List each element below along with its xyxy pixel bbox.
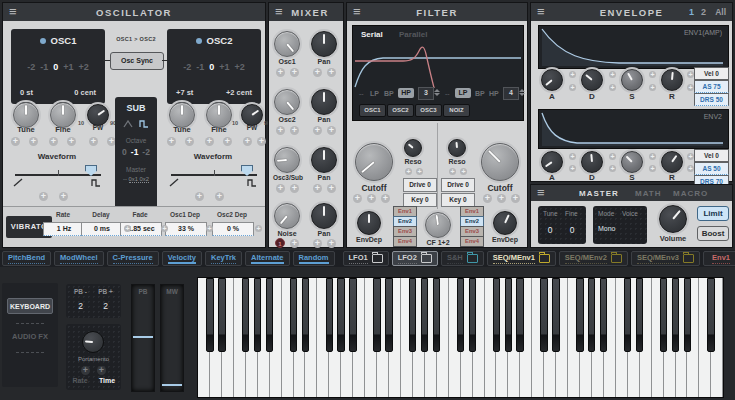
mod-slot-icon[interactable]: + bbox=[381, 194, 390, 203]
mod-slot-icon[interactable]: + bbox=[313, 239, 322, 248]
mod-slot-icon[interactable]: + bbox=[124, 225, 131, 232]
mod-slot-icon[interactable]: + bbox=[649, 71, 656, 78]
tab-serial[interactable]: Serial bbox=[361, 30, 383, 39]
black-key[interactable] bbox=[588, 278, 595, 352]
env1-decay-knob[interactable] bbox=[581, 69, 603, 91]
voice-mode-value[interactable]: Mono bbox=[598, 225, 616, 232]
tab-seq-menv3[interactable]: SEQ/MEnv3 bbox=[631, 251, 700, 266]
vibrato-delay-value[interactable]: 0 ms bbox=[81, 222, 123, 236]
env1-release-knob[interactable] bbox=[661, 69, 683, 91]
filter1-envdep-knob[interactable] bbox=[357, 211, 381, 235]
mixer-osc2-knob[interactable] bbox=[274, 89, 300, 115]
portamento-time-toggle[interactable]: Time bbox=[94, 377, 120, 384]
fine-value[interactable]: 0 bbox=[564, 225, 580, 235]
portamento-knob[interactable] bbox=[82, 331, 104, 353]
black-key[interactable] bbox=[218, 278, 225, 352]
mod-slot-icon[interactable]: + bbox=[11, 137, 20, 146]
mod-slot-icon[interactable]: + bbox=[276, 184, 285, 193]
mod-slot-icon[interactable]: + bbox=[49, 137, 58, 146]
osc1-semitone[interactable]: 0 st bbox=[20, 88, 33, 97]
mixer-noise-knob[interactable] bbox=[274, 203, 300, 229]
mod-slot-icon[interactable]: + bbox=[687, 153, 694, 160]
env1-velocity-value[interactable]: Vel 0 bbox=[694, 67, 729, 80]
black-key[interactable] bbox=[409, 278, 416, 352]
boost-button[interactable]: Boost bbox=[697, 226, 729, 241]
osc1-pw-knob[interactable] bbox=[87, 104, 109, 126]
menu-icon[interactable]: ≡ bbox=[537, 185, 545, 201]
limit-button[interactable]: Limit bbox=[697, 206, 729, 221]
filter1-type-lp[interactable]: LP bbox=[370, 90, 379, 97]
filter1-slope-value[interactable]: 3 bbox=[418, 87, 434, 100]
filter2-cutoff-knob[interactable] bbox=[481, 143, 519, 181]
mod-slot-icon[interactable]: + bbox=[97, 366, 106, 375]
mod-slot-icon[interactable]: + bbox=[276, 68, 285, 77]
black-key[interactable] bbox=[457, 278, 464, 352]
black-key[interactable] bbox=[433, 278, 440, 352]
filter2-type-hp[interactable]: HP bbox=[489, 90, 499, 97]
env2-velocity-value[interactable]: Vel 0 bbox=[694, 149, 729, 162]
portamento-rate-toggle[interactable]: Rate bbox=[67, 377, 93, 384]
mod-slot-icon[interactable]: + bbox=[313, 68, 322, 77]
osc1-cent[interactable]: 0 cent bbox=[74, 88, 96, 97]
mod-slot-icon[interactable]: + bbox=[649, 165, 656, 172]
osc2-cent[interactable]: +2 cent bbox=[226, 88, 252, 97]
filter1-drive-value[interactable]: Drive 0 bbox=[403, 178, 437, 192]
volume-knob[interactable] bbox=[659, 205, 687, 233]
filter-input-osc1[interactable]: OSC1 bbox=[359, 104, 386, 117]
mod-slot-icon[interactable]: + bbox=[687, 165, 694, 172]
tune-value[interactable]: 0 bbox=[542, 225, 558, 235]
black-key[interactable] bbox=[254, 278, 261, 352]
mod-slot-icon[interactable]: + bbox=[223, 137, 232, 146]
tab-env1[interactable]: 1 bbox=[689, 7, 694, 17]
black-key[interactable] bbox=[290, 278, 297, 352]
tab-parallel[interactable]: Parallel bbox=[399, 30, 427, 39]
mod-tab-cpressure[interactable]: C-Pressure bbox=[107, 251, 159, 266]
filter2-type-lp-active[interactable]: LP bbox=[455, 88, 471, 98]
tab-env2[interactable]: 2 bbox=[701, 7, 706, 17]
filter2-reso-knob[interactable] bbox=[448, 139, 466, 157]
mixer-osc3sub-knob[interactable] bbox=[274, 147, 300, 173]
filter2-type-bp[interactable]: BP bbox=[475, 90, 485, 97]
mod-slot-icon[interactable]: + bbox=[215, 192, 224, 201]
env1-attack-knob[interactable] bbox=[541, 69, 563, 91]
menu-icon[interactable]: ≡ bbox=[353, 4, 361, 20]
mod-slot-icon[interactable]: + bbox=[195, 192, 204, 201]
mod-tab-velocity[interactable]: Velocity bbox=[162, 251, 202, 266]
menu-icon[interactable]: ≡ bbox=[275, 4, 283, 20]
env1-sustain-knob[interactable] bbox=[621, 69, 643, 91]
vibrato-osc1dep-value[interactable]: 33 % bbox=[165, 222, 207, 236]
filter-input-osc3[interactable]: OSC3 bbox=[415, 104, 442, 117]
pb-minus-value[interactable]: 2 bbox=[69, 301, 92, 311]
mod-slot-icon[interactable]: + bbox=[59, 192, 68, 201]
mod-slot-icon[interactable]: + bbox=[290, 126, 299, 135]
mod-slot-icon[interactable]: + bbox=[313, 184, 322, 193]
tab-math[interactable]: MATH bbox=[635, 189, 662, 198]
mod-slot-icon[interactable]: + bbox=[327, 126, 336, 135]
osc-sync-button[interactable]: Osc Sync bbox=[110, 52, 164, 70]
osc2-pw-knob[interactable] bbox=[241, 104, 263, 126]
black-key[interactable] bbox=[684, 278, 691, 352]
mw-slider-handle[interactable] bbox=[162, 384, 182, 386]
filter2-slope-value[interactable]: 4 bbox=[503, 87, 519, 100]
black-key[interactable] bbox=[624, 278, 631, 352]
osc2-octave-selector[interactable]: -2-10+1+2 bbox=[167, 62, 261, 72]
black-key[interactable] bbox=[540, 278, 547, 352]
mod-slot-icon[interactable]: + bbox=[89, 137, 98, 146]
osc1-octave-selector[interactable]: -2-10+1+2 bbox=[11, 62, 105, 72]
mod-slot-icon[interactable]: + bbox=[39, 192, 48, 201]
env2-decay-knob[interactable] bbox=[581, 151, 603, 173]
filter-input-noiz[interactable]: NOIZ bbox=[443, 104, 470, 117]
black-key[interactable] bbox=[326, 278, 333, 352]
mod-slot-icon[interactable]: + bbox=[569, 153, 576, 160]
mod-slot-icon[interactable]: + bbox=[649, 153, 656, 160]
sidebar-tab-keyboard[interactable]: KEYBOARD bbox=[7, 298, 53, 314]
mod-slot-icon[interactable]: + bbox=[609, 165, 616, 172]
tab-macro[interactable]: MACRO bbox=[673, 189, 708, 198]
mod-slot-icon[interactable]: + bbox=[511, 194, 520, 203]
mod-slot-icon[interactable]: + bbox=[206, 225, 213, 232]
filter2-env4-select[interactable]: Env4 bbox=[460, 236, 484, 247]
pitchbend-slider[interactable]: PB bbox=[131, 284, 155, 392]
tab-seq-menv1[interactable]: SEQ/MEnv1 bbox=[487, 251, 556, 266]
vibrato-osc2dep-value[interactable]: 0 % bbox=[212, 222, 254, 236]
mixer-pan3-knob[interactable] bbox=[311, 147, 337, 173]
